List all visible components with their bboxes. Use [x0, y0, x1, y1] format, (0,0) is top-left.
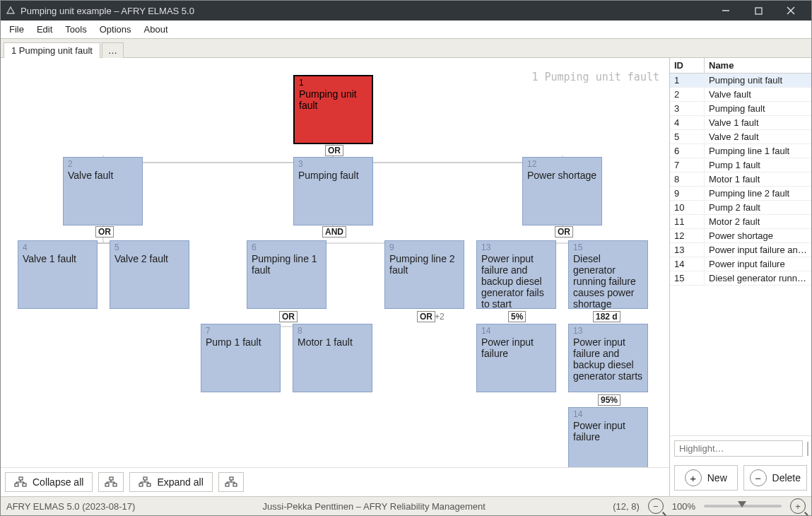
collapse-all-button[interactable]: Collapse all: [5, 472, 93, 492]
col-name[interactable]: Name: [705, 58, 811, 73]
list-item[interactable]: 10Pump 2 fault: [670, 201, 811, 215]
svg-rect-41: [110, 477, 113, 480]
list-item-name: Pump 2 fault: [705, 201, 811, 214]
tree-collapse-icon: [14, 476, 27, 488]
tab-more[interactable]: …: [102, 42, 124, 58]
list-item[interactable]: 7Pump 1 fault: [670, 158, 811, 172]
list-item-name: Power shortage: [705, 229, 811, 242]
highlight-input[interactable]: [674, 440, 803, 457]
list-item-id: 9: [670, 187, 705, 200]
tree-expand-icon: [225, 476, 237, 488]
list-item[interactable]: 3Pumping fault: [670, 102, 811, 116]
node-12-power-shortage[interactable]: 12 Power shortage: [522, 157, 602, 225]
node-label: Power input failure and backup diesel ge…: [481, 253, 551, 310]
node-label: Pump 1 fault: [206, 336, 276, 348]
node-6-pumping-line-1-fault[interactable]: 6 Pumping line 1 fault: [247, 240, 326, 309]
col-id[interactable]: ID: [670, 58, 705, 73]
delete-button[interactable]: − Delete: [743, 465, 807, 491]
node-id: 4: [23, 243, 93, 253]
node-label: Pumping line 2 fault: [389, 253, 459, 276]
list-item[interactable]: 9Pumping line 2 fault: [670, 187, 811, 201]
node-14-power-input-failure-a[interactable]: 14 Power input failure: [476, 324, 556, 392]
collapsed-plus-2[interactable]: +2: [435, 312, 445, 322]
list-item-name: Pumping line 1 fault: [705, 144, 811, 158]
list-item[interactable]: 4Valve 1 fault: [670, 116, 811, 130]
window-title: Pumping unit example – AFRY ELMAS 5.0: [20, 6, 710, 16]
annot-5pct: 5%: [508, 311, 526, 322]
tree-collapse-icon: [105, 476, 117, 488]
zoom-slider[interactable]: [704, 505, 782, 508]
gate-and: AND: [322, 226, 346, 238]
list-item-id: 11: [670, 215, 705, 228]
node-label: Valve 2 fault: [114, 253, 184, 264]
expand-icon-button[interactable]: [218, 472, 244, 492]
menu-tools[interactable]: Tools: [59, 22, 92, 37]
svg-rect-42: [105, 483, 109, 486]
fault-tree-canvas[interactable]: 1 Pumping unit fault: [1, 58, 669, 467]
node-id: 13: [573, 327, 643, 336]
menu-file[interactable]: File: [4, 22, 30, 37]
list-item[interactable]: 2Valve fault: [670, 88, 811, 102]
node-15-diesel-generator-failure[interactable]: 15 Diesel generator running failure caus…: [568, 240, 648, 309]
list-item[interactable]: 5Valve 2 fault: [670, 130, 811, 144]
node-9-pumping-line-2-fault[interactable]: 9 Pumping line 2 fault: [384, 240, 464, 309]
node-id: 12: [527, 160, 597, 170]
list-item[interactable]: 13Power input failure and bac...: [670, 243, 811, 257]
menu-edit[interactable]: Edit: [31, 22, 58, 37]
close-button[interactable]: [775, 1, 807, 20]
node-4-valve-1-fault[interactable]: 4 Valve 1 fault: [18, 240, 98, 309]
node-13-power-input-failure-start-fail[interactable]: 13 Power input failure and backup diesel…: [476, 240, 556, 309]
zoom-in-button[interactable]: +: [790, 498, 806, 514]
right-panel-actions: + New − Delete: [670, 461, 811, 496]
node-14-power-input-failure-b[interactable]: 14 Power input failure: [568, 407, 648, 467]
node-label: Pumping fault: [298, 170, 368, 181]
maximize-button[interactable]: [742, 1, 775, 20]
titlebar: Pumping unit example – AFRY ELMAS 5.0: [1, 1, 811, 20]
menu-options[interactable]: Options: [94, 22, 137, 37]
list-item[interactable]: 14Power input failure: [670, 257, 811, 271]
node-id: 15: [573, 243, 643, 253]
plus-icon: +: [685, 469, 702, 486]
gate-or: OR: [417, 311, 435, 322]
list-item-name: Diesel generator running fail...: [705, 271, 811, 285]
right-panel: ID Name 1Pumping unit fault2Valve fault3…: [670, 58, 811, 496]
list-item-name: Motor 1 fault: [705, 172, 811, 186]
list-item[interactable]: 15Diesel generator running fail...: [670, 271, 811, 286]
svg-rect-46: [147, 483, 151, 486]
node-7-pump-1-fault[interactable]: 7 Pump 1 fault: [201, 324, 281, 392]
list-item-id: 13: [670, 243, 705, 257]
node-id: 3: [298, 160, 368, 170]
expand-all-label: Expand all: [157, 476, 203, 488]
new-button[interactable]: + New: [674, 465, 738, 491]
zoom-out-button[interactable]: −: [648, 498, 664, 514]
list-item[interactable]: 12Power shortage: [670, 229, 811, 243]
node-2-valve-fault[interactable]: 2 Valve fault: [63, 157, 143, 225]
list-item[interactable]: 8Motor 1 fault: [670, 172, 811, 187]
highlight-color-a[interactable]: [807, 442, 808, 456]
list-item[interactable]: 11Motor 2 fault: [670, 215, 811, 229]
menu-about[interactable]: About: [139, 22, 174, 37]
node-8-motor-1-fault[interactable]: 8 Motor 1 fault: [293, 324, 372, 392]
tab-pumping-unit-fault[interactable]: 1 Pumping unit fault: [4, 42, 100, 58]
node-id: 5: [114, 243, 184, 253]
node-id: 7: [206, 327, 276, 336]
node-1-pumping-unit-fault[interactable]: 1 Pumping unit fault: [293, 75, 373, 144]
list-item[interactable]: 1Pumping unit fault: [670, 74, 811, 88]
collapse-icon-button[interactable]: [98, 472, 124, 492]
node-3-pumping-fault[interactable]: 3 Pumping fault: [293, 157, 373, 225]
gate-or: OR: [325, 145, 343, 156]
new-label: New: [707, 472, 727, 483]
node-5-valve-2-fault[interactable]: 5 Valve 2 fault: [110, 240, 189, 309]
minimize-button[interactable]: [710, 1, 742, 20]
node-13-power-input-failure-start[interactable]: 13 Power input failure and backup diesel…: [568, 324, 648, 392]
node-label: Power shortage: [527, 170, 597, 181]
right-panel-body[interactable]: 1Pumping unit fault2Valve fault3Pumping …: [670, 74, 811, 435]
delete-label: Delete: [772, 472, 801, 483]
svg-rect-48: [225, 483, 229, 486]
node-id: 14: [481, 327, 551, 336]
status-version: AFRY ELMAS 5.0 (2023-08-17): [6, 501, 135, 512]
list-item[interactable]: 6Pumping line 1 fault: [670, 144, 811, 158]
expand-all-button[interactable]: Expand all: [129, 472, 212, 492]
svg-rect-45: [139, 483, 143, 486]
status-author: Jussi-Pekka Penttinen – AFRY Reliability…: [263, 501, 486, 512]
